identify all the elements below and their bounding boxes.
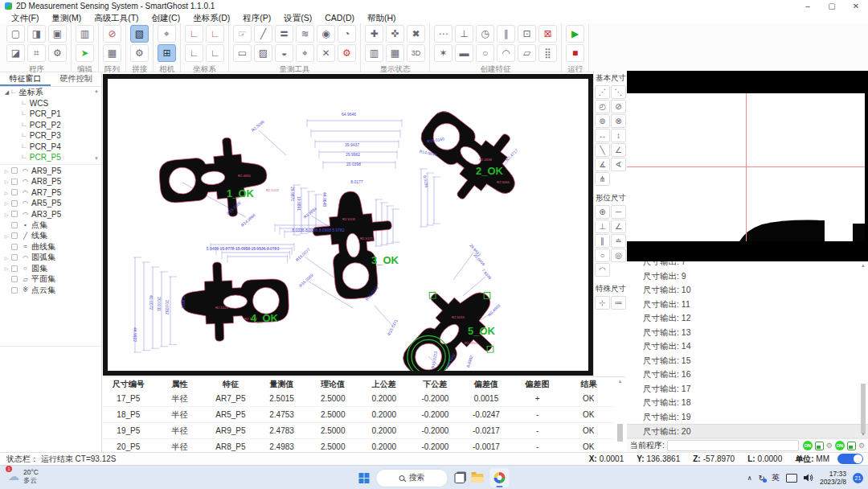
line-tool-icon[interactable]: ╱ — [254, 25, 272, 43]
3d-display-icon[interactable]: 3D — [407, 44, 425, 62]
set-item-AR8_P5[interactable]: ▷◠AR8_P5 — [0, 176, 101, 187]
menu-item-创建[interactable]: 创建(C) — [145, 12, 187, 23]
gear-icon-2[interactable]: ⚙ — [858, 442, 865, 450]
taskbar-clock[interactable]: 17:33 2023/2/8 — [820, 470, 846, 486]
program-manager-icon[interactable]: ⚙ — [48, 44, 67, 62]
expand-icon[interactable]: ▷ — [3, 179, 10, 184]
cad-canvas[interactable]: 64.964639.943729.996220.03988.0177R2.506… — [108, 79, 588, 371]
set-item-AR9_P5[interactable]: ▷◠AR9_P5 — [0, 166, 101, 177]
output-item[interactable]: 尺寸输出: 17 — [627, 382, 868, 397]
gdt-straightness-icon[interactable]: ─ — [611, 205, 626, 219]
output-item[interactable]: 尺寸输出: 7 — [627, 261, 868, 269]
task-view-button[interactable] — [455, 473, 465, 483]
set-item-AR7_P5[interactable]: ▷◠AR7_P5 — [0, 187, 101, 199]
camera-focus-icon[interactable]: ⌖ — [158, 25, 176, 43]
visibility-checkbox[interactable] — [11, 276, 18, 282]
select-region-icon[interactable]: ⌗ — [27, 44, 46, 62]
array-cancel-icon[interactable]: ⊘ — [103, 25, 121, 43]
gdt-symmetry-icon[interactable]: ≐ — [611, 234, 626, 248]
expand-icon[interactable]: ▷ — [3, 233, 10, 239]
create-parallel-lines-icon[interactable]: ∥ — [497, 25, 515, 43]
tab-feature-window[interactable]: 特征窗口 — [0, 72, 51, 86]
expand-icon[interactable]: ▷ — [3, 212, 10, 217]
monitor-icon[interactable] — [786, 474, 797, 483]
dim-angle-2-icon[interactable]: ∡ — [595, 158, 610, 171]
toggle-on-1[interactable]: ON — [803, 441, 813, 450]
menu-item-高级工具[interactable]: 高级工具(T) — [88, 12, 145, 23]
dim-angle-icon[interactable]: ∠ — [611, 143, 626, 157]
output-item[interactable]: 尺寸输出: 18 — [627, 396, 868, 410]
create-region-icon[interactable]: ⊠ — [538, 25, 557, 43]
output-item[interactable]: 尺寸输出: 9 — [627, 269, 868, 284]
visibility-checkbox[interactable] — [11, 200, 18, 207]
close-button[interactable]: ✕ — [844, 0, 868, 12]
column-header-量测值[interactable]: 量测值 — [256, 377, 308, 391]
pie-tool-icon[interactable]: ◔ — [338, 25, 356, 43]
set-item-线集[interactable]: ▷╱线集 — [0, 231, 101, 242]
column-header-属性[interactable]: 属性 — [154, 377, 206, 391]
create-line-icon[interactable]: ▬ — [455, 44, 473, 62]
rect-tool-icon[interactable]: ▭ — [233, 44, 252, 62]
set-item-点集[interactable]: •点集 — [0, 220, 101, 231]
speaker-icon[interactable] — [804, 474, 813, 482]
collapse-icon[interactable]: ◢ — [3, 89, 10, 96]
tree-item-PCR_P2[interactable]: ∟PCR_P2 — [0, 120, 101, 131]
menu-item-帮助[interactable]: 帮助(H) — [361, 12, 403, 23]
tray-chevron-up-icon[interactable]: ∧ — [747, 475, 752, 482]
create-rect-feature-icon[interactable]: ⊡ — [518, 25, 536, 43]
filled-circle-tool-icon[interactable]: ◉ — [317, 25, 335, 43]
parallel-tool-icon[interactable]: 〓 — [275, 25, 293, 43]
build-coord-3-icon[interactable]: ∟ — [185, 44, 203, 62]
dim-circle-cross-icon[interactable]: ⊗ — [611, 114, 626, 128]
maximize-button[interactable]: ▢ — [820, 0, 844, 12]
column-header-下公差[interactable]: 下公差 — [410, 377, 461, 391]
menu-item-程序[interactable]: 程序(P) — [236, 12, 277, 23]
visibility-checkbox[interactable] — [11, 265, 18, 272]
start-button[interactable] — [359, 473, 370, 483]
menu-item-设置[interactable]: 设置(S) — [277, 12, 318, 23]
create-point-series-icon[interactable]: ⋯ — [434, 25, 452, 43]
gauge-tool-icon[interactable]: ◒ — [275, 44, 293, 62]
create-scan-point-icon[interactable]: ✶ — [434, 44, 452, 62]
build-coord-1-icon[interactable]: ∟ — [185, 25, 203, 43]
output-item[interactable]: 尺寸输出: 14 — [627, 339, 868, 354]
tree-root-coordinate-system[interactable]: ◢∟坐标系 — [0, 87, 101, 98]
notification-badge[interactable]: 21 — [853, 473, 863, 483]
column-header-上公差[interactable]: 上公差 — [358, 377, 410, 391]
gdt-roundness-icon[interactable]: ○ — [595, 249, 610, 262]
visibility-checkbox[interactable] — [11, 179, 18, 185]
minimize-button[interactable]: – — [796, 0, 820, 12]
chart-display-icon[interactable]: ▦ — [386, 44, 404, 62]
column-header-偏差值[interactable]: 偏差值 — [461, 377, 512, 391]
tray-sync-icon[interactable]: ↻ — [759, 474, 765, 483]
table-row[interactable]: 18_P5半径AR5_P52.47532.50000.2000-0.2000-0… — [103, 407, 614, 423]
special-dim-width-icon[interactable]: ⊹ — [595, 296, 610, 310]
output-item[interactable]: 尺寸输出: 20 — [627, 424, 868, 438]
gdt-parallelism-icon[interactable]: ∥ — [595, 234, 610, 248]
create-circle-icon[interactable]: ○ — [476, 44, 494, 62]
probe-display-2-icon[interactable]: ✜ — [386, 25, 404, 43]
dim-point-line-icon[interactable]: ⋱ — [611, 85, 626, 99]
output-item[interactable]: 尺寸输出: 10 — [627, 283, 868, 298]
gdt-profile-icon[interactable]: ◠ — [595, 263, 610, 277]
menu-item-文件[interactable]: 文件(F) — [5, 12, 45, 23]
output-item[interactable]: 尺寸输出: 15 — [627, 354, 868, 368]
set-item-平面集[interactable]: ▱平面集 — [0, 274, 101, 286]
tree-item-PCR_P1[interactable]: ∟PCR_P1 — [0, 109, 101, 120]
output-item[interactable]: 尺寸输出: 19 — [627, 410, 868, 425]
visibility-checkbox[interactable] — [11, 211, 18, 217]
output-item[interactable]: 尺寸输出: 12 — [627, 311, 868, 326]
set-item-圆集[interactable]: ▷○圆集 — [0, 263, 101, 274]
image-save-icon[interactable] — [815, 442, 824, 450]
current-program-input[interactable] — [667, 440, 799, 451]
wrench-tool-icon[interactable]: ✕ — [317, 44, 335, 62]
image-display-icon[interactable]: ▥ — [365, 44, 383, 62]
visibility-checkbox[interactable] — [11, 167, 18, 174]
gear-icon-1[interactable]: ⚙ — [826, 442, 833, 450]
output-scrollbar[interactable]: ▲ ▼ — [860, 263, 867, 437]
table-row[interactable]: 19_P5半径AR9_P52.47832.50000.2000-0.2000-0… — [103, 423, 614, 439]
search-box[interactable]: 搜索 — [376, 469, 448, 487]
expand-icon[interactable]: ▷ — [3, 255, 10, 261]
special-dim-list-icon[interactable]: ≔ — [611, 296, 626, 310]
dim-angle-3-icon[interactable]: ∢ — [611, 158, 626, 171]
